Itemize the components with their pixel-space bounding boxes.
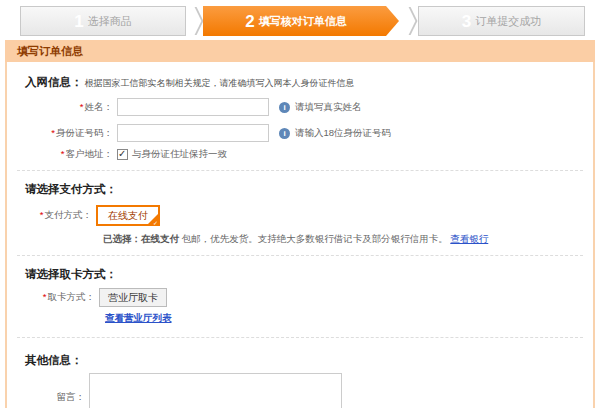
online-payment-option-button[interactable]: 在线支付 [96,205,160,226]
customer-address-label: 客户地址： [7,148,113,161]
selected-payment-text: 已选择：在线支付 [103,233,179,244]
section-divider [17,255,583,256]
payment-method-row: 支付方式： 在线支付 [7,205,593,226]
panel-title: 填写订单信息 [5,40,595,62]
chevron-right-icon [188,7,200,35]
step-number: 1 [74,13,83,30]
section-title: 请选择支付方式： [25,183,117,195]
pickup-section-title: 请选择取卡方式： [25,264,593,282]
customer-address-row: 客户地址： 与身份证住址保持一致 [7,148,593,161]
name-hint: 请填写真实姓名 [295,101,362,114]
checkout-progress: 1 选择商品 2 填写核对订单信息 3 订单提交成功 [20,6,585,36]
section-divider [17,170,583,171]
step-label: 填写核对订单信息 [259,14,347,29]
order-form-panel: 填写订单信息 入网信息：根据国家工信部实名制相关规定，请准确填写入网本人身份证件… [5,40,595,408]
section-title: 其他信息： [25,354,83,366]
id-number-label: 身份证号码： [7,127,113,140]
pickup-method-row: 取卡方式： 营业厅取卡 [7,288,593,307]
view-banks-link[interactable]: 查看银行 [450,233,488,244]
order-form-body: 入网信息：根据国家工信部实名制相关规定，请准确填写入网本人身份证件信息 姓名： … [5,62,595,408]
checkbox-label: 与身份证住址保持一致 [132,148,227,161]
message-label: 留言： [7,391,85,404]
name-row: 姓名： 请填写真实姓名 [7,98,593,116]
view-business-hall-list-link[interactable]: 查看营业厅列表 [105,312,172,325]
other-info-section-title: 其他信息： [25,350,593,368]
payment-section-title: 请选择支付方式： [25,179,593,197]
message-row: 留言： [7,373,593,408]
payment-selected-info: 已选择：在线支付 包邮，优先发货。支持绝大多数银行借记卡及部分银行信用卡。 查看… [103,233,593,246]
step-select-product: 1 选择商品 [20,6,186,36]
step-fill-order-info: 2 填写核对订单信息 [203,6,399,36]
payment-description: 包邮，优先发货。支持绝大多数银行借记卡及部分银行信用卡。 [182,233,448,244]
info-icon [279,128,290,139]
network-info-section-title: 入网信息：根据国家工信部实名制相关规定，请准确填写入网本人身份证件信息 [25,72,593,90]
id-number-hint: 请输入18位身份证号码 [295,127,391,140]
section-title: 入网信息： [25,76,83,88]
payment-method-label: 支付方式： [7,209,92,222]
section-subtitle: 根据国家工信部实名制相关规定，请准确填写入网本人身份证件信息 [85,78,355,88]
message-textarea[interactable] [89,373,342,408]
pickup-method-label: 取卡方式： [7,291,95,304]
step-number: 2 [245,13,254,30]
section-title: 请选择取卡方式： [25,268,117,280]
name-label: 姓名： [7,101,113,114]
same-as-id-address-checkbox[interactable] [117,149,128,160]
hall-pickup-option-button[interactable]: 营业厅取卡 [99,288,167,307]
name-input[interactable] [117,98,269,116]
step-number: 3 [462,13,471,30]
id-number-input[interactable] [117,124,269,142]
id-number-row: 身份证号码： 请输入18位身份证号码 [7,124,593,142]
info-icon [279,102,290,113]
step-order-success: 3 订单提交成功 [418,6,585,36]
chevron-right-icon [402,7,414,35]
step-label: 订单提交成功 [475,14,541,29]
section-divider [17,337,583,338]
step-label: 选择商品 [88,14,132,29]
